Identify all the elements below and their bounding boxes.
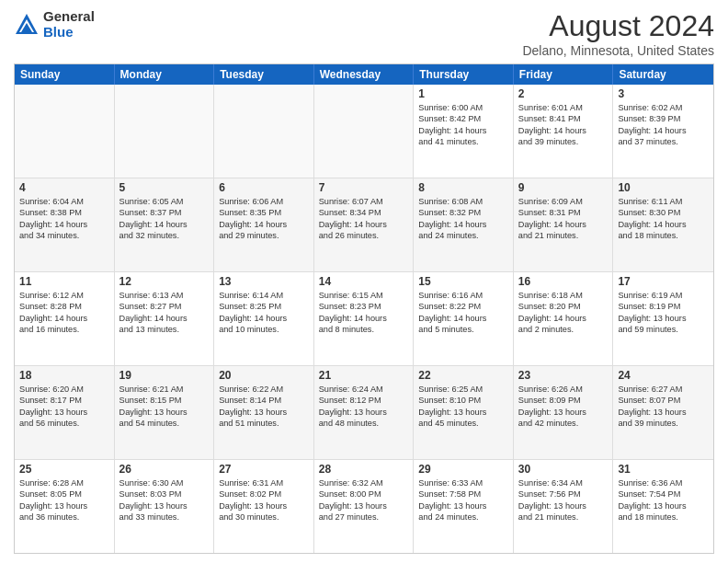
day-number: 9 bbox=[518, 181, 609, 194]
day-details: Sunrise: 6:04 AM Sunset: 8:38 PM Dayligh… bbox=[19, 196, 109, 242]
calendar-cell-12: 12Sunrise: 6:13 AM Sunset: 8:27 PM Dayli… bbox=[115, 272, 215, 365]
day-details: Sunrise: 6:02 AM Sunset: 8:39 PM Dayligh… bbox=[618, 102, 709, 148]
calendar-cell-10: 10Sunrise: 6:11 AM Sunset: 8:30 PM Dayli… bbox=[613, 178, 713, 271]
day-details: Sunrise: 6:09 AM Sunset: 8:31 PM Dayligh… bbox=[518, 196, 609, 242]
month-year: August 2024 bbox=[522, 9, 714, 43]
day-number: 7 bbox=[319, 181, 409, 194]
day-number: 30 bbox=[518, 463, 609, 476]
calendar-cell-11: 11Sunrise: 6:12 AM Sunset: 8:28 PM Dayli… bbox=[15, 272, 115, 365]
logo-text: General Blue bbox=[43, 9, 95, 40]
calendar-cell-31: 31Sunrise: 6:36 AM Sunset: 7:54 PM Dayli… bbox=[613, 460, 713, 553]
weekday-header-friday: Friday bbox=[514, 64, 614, 85]
day-number: 13 bbox=[219, 275, 309, 288]
calendar-cell-1: 1Sunrise: 6:00 AM Sunset: 8:42 PM Daylig… bbox=[414, 85, 514, 178]
day-details: Sunrise: 6:34 AM Sunset: 7:56 PM Dayligh… bbox=[518, 477, 609, 523]
weekday-header-saturday: Saturday bbox=[613, 64, 713, 85]
day-number: 21 bbox=[319, 369, 409, 382]
day-number: 12 bbox=[119, 275, 210, 288]
day-details: Sunrise: 6:19 AM Sunset: 8:19 PM Dayligh… bbox=[618, 290, 709, 336]
day-number: 6 bbox=[219, 181, 309, 194]
calendar-cell-empty-2 bbox=[214, 85, 314, 178]
calendar-cell-30: 30Sunrise: 6:34 AM Sunset: 7:56 PM Dayli… bbox=[514, 460, 614, 553]
calendar-cell-8: 8Sunrise: 6:08 AM Sunset: 8:32 PM Daylig… bbox=[414, 178, 514, 271]
day-details: Sunrise: 6:16 AM Sunset: 8:22 PM Dayligh… bbox=[418, 290, 508, 336]
day-details: Sunrise: 6:28 AM Sunset: 8:05 PM Dayligh… bbox=[19, 477, 109, 523]
day-number: 2 bbox=[518, 87, 609, 100]
day-details: Sunrise: 6:33 AM Sunset: 7:58 PM Dayligh… bbox=[418, 477, 508, 523]
calendar-cell-7: 7Sunrise: 6:07 AM Sunset: 8:34 PM Daylig… bbox=[314, 178, 415, 271]
day-details: Sunrise: 6:08 AM Sunset: 8:32 PM Dayligh… bbox=[418, 196, 508, 242]
day-number: 4 bbox=[19, 181, 109, 194]
calendar-row-4: 18Sunrise: 6:20 AM Sunset: 8:17 PM Dayli… bbox=[15, 366, 713, 460]
header: General Blue August 2024 Delano, Minneso… bbox=[14, 9, 714, 58]
day-details: Sunrise: 6:26 AM Sunset: 8:09 PM Dayligh… bbox=[518, 384, 609, 430]
day-details: Sunrise: 6:06 AM Sunset: 8:35 PM Dayligh… bbox=[219, 196, 309, 242]
day-number: 18 bbox=[19, 369, 109, 382]
calendar-cell-empty-1 bbox=[115, 85, 215, 178]
day-details: Sunrise: 6:18 AM Sunset: 8:20 PM Dayligh… bbox=[518, 290, 609, 336]
day-details: Sunrise: 6:21 AM Sunset: 8:15 PM Dayligh… bbox=[119, 384, 210, 430]
day-number: 25 bbox=[19, 463, 109, 476]
calendar-cell-22: 22Sunrise: 6:25 AM Sunset: 8:10 PM Dayli… bbox=[414, 366, 514, 459]
day-details: Sunrise: 6:30 AM Sunset: 8:03 PM Dayligh… bbox=[119, 477, 210, 523]
calendar-cell-6: 6Sunrise: 6:06 AM Sunset: 8:35 PM Daylig… bbox=[214, 178, 314, 271]
weekday-header-thursday: Thursday bbox=[414, 64, 514, 85]
day-number: 11 bbox=[19, 275, 109, 288]
day-details: Sunrise: 6:00 AM Sunset: 8:42 PM Dayligh… bbox=[418, 102, 508, 148]
day-number: 5 bbox=[119, 181, 210, 194]
calendar-row-2: 4Sunrise: 6:04 AM Sunset: 8:38 PM Daylig… bbox=[15, 178, 713, 272]
day-number: 1 bbox=[418, 87, 508, 100]
day-number: 10 bbox=[618, 181, 709, 194]
calendar-row-5: 25Sunrise: 6:28 AM Sunset: 8:05 PM Dayli… bbox=[15, 460, 713, 553]
day-details: Sunrise: 6:12 AM Sunset: 8:28 PM Dayligh… bbox=[19, 290, 109, 336]
calendar-cell-20: 20Sunrise: 6:22 AM Sunset: 8:14 PM Dayli… bbox=[214, 366, 314, 459]
logo-icon bbox=[14, 12, 40, 38]
calendar-cell-empty-0 bbox=[15, 85, 115, 178]
calendar-cell-14: 14Sunrise: 6:15 AM Sunset: 8:23 PM Dayli… bbox=[314, 272, 415, 365]
day-details: Sunrise: 6:05 AM Sunset: 8:37 PM Dayligh… bbox=[119, 196, 210, 242]
day-number: 14 bbox=[319, 275, 409, 288]
calendar-header: SundayMondayTuesdayWednesdayThursdayFrid… bbox=[15, 64, 713, 85]
calendar-cell-15: 15Sunrise: 6:16 AM Sunset: 8:22 PM Dayli… bbox=[414, 272, 514, 365]
weekday-header-monday: Monday bbox=[115, 64, 215, 85]
day-number: 31 bbox=[618, 463, 709, 476]
calendar-body: 1Sunrise: 6:00 AM Sunset: 8:42 PM Daylig… bbox=[15, 85, 713, 553]
day-details: Sunrise: 6:20 AM Sunset: 8:17 PM Dayligh… bbox=[19, 384, 109, 430]
day-details: Sunrise: 6:27 AM Sunset: 8:07 PM Dayligh… bbox=[618, 384, 709, 430]
day-number: 20 bbox=[219, 369, 309, 382]
day-number: 23 bbox=[518, 369, 609, 382]
calendar-cell-17: 17Sunrise: 6:19 AM Sunset: 8:19 PM Dayli… bbox=[613, 272, 713, 365]
day-details: Sunrise: 6:36 AM Sunset: 7:54 PM Dayligh… bbox=[618, 477, 709, 523]
calendar-cell-5: 5Sunrise: 6:05 AM Sunset: 8:37 PM Daylig… bbox=[115, 178, 215, 271]
page: General Blue August 2024 Delano, Minneso… bbox=[0, 0, 728, 563]
title-block: August 2024 Delano, Minnesota, United St… bbox=[522, 9, 714, 58]
day-number: 15 bbox=[418, 275, 508, 288]
calendar-cell-4: 4Sunrise: 6:04 AM Sunset: 8:38 PM Daylig… bbox=[15, 178, 115, 271]
day-number: 28 bbox=[319, 463, 409, 476]
day-number: 29 bbox=[418, 463, 508, 476]
calendar-cell-2: 2Sunrise: 6:01 AM Sunset: 8:41 PM Daylig… bbox=[514, 85, 614, 178]
day-number: 16 bbox=[518, 275, 609, 288]
calendar-cell-24: 24Sunrise: 6:27 AM Sunset: 8:07 PM Dayli… bbox=[613, 366, 713, 459]
calendar-cell-25: 25Sunrise: 6:28 AM Sunset: 8:05 PM Dayli… bbox=[15, 460, 115, 553]
calendar-cell-9: 9Sunrise: 6:09 AM Sunset: 8:31 PM Daylig… bbox=[514, 178, 614, 271]
calendar-cell-21: 21Sunrise: 6:24 AM Sunset: 8:12 PM Dayli… bbox=[314, 366, 415, 459]
calendar-cell-16: 16Sunrise: 6:18 AM Sunset: 8:20 PM Dayli… bbox=[514, 272, 614, 365]
day-details: Sunrise: 6:07 AM Sunset: 8:34 PM Dayligh… bbox=[319, 196, 409, 242]
weekday-header-sunday: Sunday bbox=[15, 64, 115, 85]
day-details: Sunrise: 6:32 AM Sunset: 8:00 PM Dayligh… bbox=[319, 477, 409, 523]
calendar-cell-28: 28Sunrise: 6:32 AM Sunset: 8:00 PM Dayli… bbox=[314, 460, 415, 553]
day-details: Sunrise: 6:15 AM Sunset: 8:23 PM Dayligh… bbox=[319, 290, 409, 336]
weekday-header-wednesday: Wednesday bbox=[314, 64, 415, 85]
day-details: Sunrise: 6:14 AM Sunset: 8:25 PM Dayligh… bbox=[219, 290, 309, 336]
day-details: Sunrise: 6:11 AM Sunset: 8:30 PM Dayligh… bbox=[618, 196, 709, 242]
day-number: 26 bbox=[119, 463, 210, 476]
day-number: 8 bbox=[418, 181, 508, 194]
day-details: Sunrise: 6:01 AM Sunset: 8:41 PM Dayligh… bbox=[518, 102, 609, 148]
day-number: 17 bbox=[618, 275, 709, 288]
day-number: 22 bbox=[418, 369, 508, 382]
day-number: 3 bbox=[618, 87, 709, 100]
calendar-cell-18: 18Sunrise: 6:20 AM Sunset: 8:17 PM Dayli… bbox=[15, 366, 115, 459]
calendar-cell-empty-3 bbox=[314, 85, 415, 178]
calendar-cell-3: 3Sunrise: 6:02 AM Sunset: 8:39 PM Daylig… bbox=[613, 85, 713, 178]
